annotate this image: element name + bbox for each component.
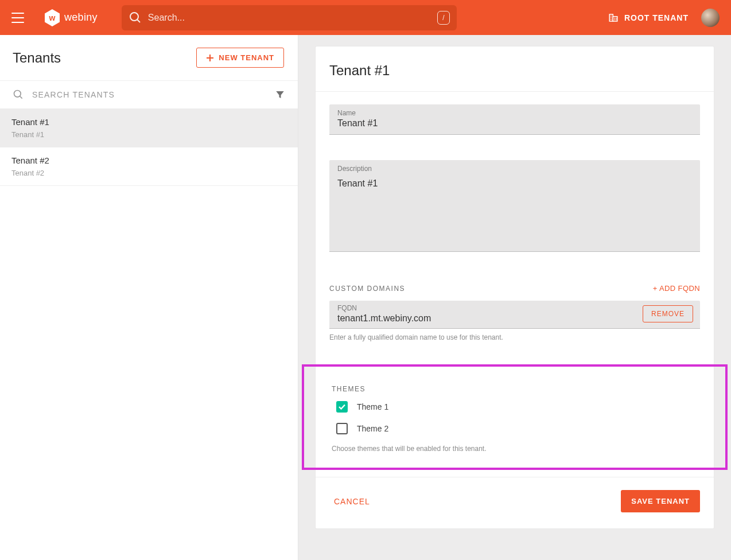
filter-icon[interactable] [275,90,285,100]
svg-point-15 [14,91,21,98]
svg-point-2 [130,13,138,21]
name-field[interactable]: Name Tenant #1 [329,104,700,135]
form-title: Tenant #1 [329,63,700,79]
fqdn-label: FQDN [337,304,643,312]
svg-line-3 [137,20,140,22]
brand-text: webiny [64,11,98,24]
svg-line-16 [20,96,22,99]
search-shortcut-badge: / [437,11,450,25]
svg-rect-6 [611,15,612,17]
name-value: Tenant #1 [337,118,692,129]
root-tenant-label: ROOT TENANT [624,13,689,22]
theme-2-checkbox[interactable] [336,423,348,434]
theme-2-label: Theme 2 [357,424,388,433]
fqdn-hint: Enter a fully qualified domain name to u… [329,333,700,341]
themes-section-highlight: THEMES Theme 1 Theme 2 [302,364,728,470]
brand[interactable]: w webiny [45,9,98,26]
svg-rect-11 [614,19,615,20]
custom-domains-section-label: CUSTOM DOMAINS [329,285,405,293]
fqdn-field[interactable]: FQDN tenant1.mt.webiny.com REMOVE [329,301,700,329]
domain-icon [608,13,619,23]
tenant-form-card: Tenant #1 Name Tenant #1 Description Ten… [316,46,714,528]
svg-rect-8 [611,19,612,20]
global-search[interactable]: / [122,5,457,30]
list-item-subtitle: Tenant #2 [11,169,286,177]
remove-fqdn-button[interactable]: REMOVE [643,305,693,322]
plus-icon [206,54,214,62]
avatar[interactable] [701,9,720,27]
list-item-title: Tenant #2 [11,155,286,165]
svg-text:w: w [49,13,56,22]
themes-hint: Choose themes that will be enabled for t… [332,445,702,453]
description-label: Description [337,165,692,173]
list-item-subtitle: Tenant #1 [11,130,286,139]
name-label: Name [337,109,692,117]
topbar: w webiny / ROOT TENANT [0,0,731,35]
svg-rect-5 [613,16,617,21]
add-fqdn-button[interactable]: + ADD FQDN [653,284,700,293]
hamburger-icon[interactable] [11,13,24,23]
list-item[interactable]: Tenant #2 Tenant #2 [0,147,298,186]
list-item-title: Tenant #1 [11,117,286,127]
search-icon [13,89,24,100]
content-area: Tenant #1 Name Tenant #1 Description Ten… [298,35,731,560]
search-input[interactable] [142,13,437,23]
save-tenant-button[interactable]: SAVE TENANT [621,490,700,512]
tenants-search-input[interactable] [31,90,268,100]
cancel-button[interactable]: CANCEL [334,497,370,506]
svg-rect-7 [611,17,612,18]
search-icon [129,11,142,25]
theme-1-checkbox[interactable] [336,401,348,413]
description-value: Tenant #1 [337,174,692,189]
check-icon [338,403,346,411]
theme-2-row[interactable]: Theme 2 [336,423,702,434]
theme-1-row[interactable]: Theme 1 [336,401,702,413]
webiny-logo-icon: w [45,9,60,26]
svg-rect-12 [616,19,617,20]
svg-rect-10 [616,18,617,19]
theme-1-label: Theme 1 [357,402,388,411]
page-title: Tenants [13,50,61,66]
fqdn-value: tenant1.mt.webiny.com [337,313,643,324]
new-tenant-label: NEW TENANT [219,53,274,62]
list-item[interactable]: Tenant #1 Tenant #1 [0,109,298,147]
root-tenant-selector[interactable]: ROOT TENANT [608,13,689,23]
tenants-sidebar: Tenants NEW TENANT Tenant #1 Tenant #1 T… [0,35,298,560]
svg-rect-9 [614,18,615,19]
svg-marker-17 [276,91,284,98]
new-tenant-button[interactable]: NEW TENANT [196,48,284,68]
themes-section-label: THEMES [332,385,702,393]
description-field[interactable]: Description Tenant #1 [329,160,700,252]
